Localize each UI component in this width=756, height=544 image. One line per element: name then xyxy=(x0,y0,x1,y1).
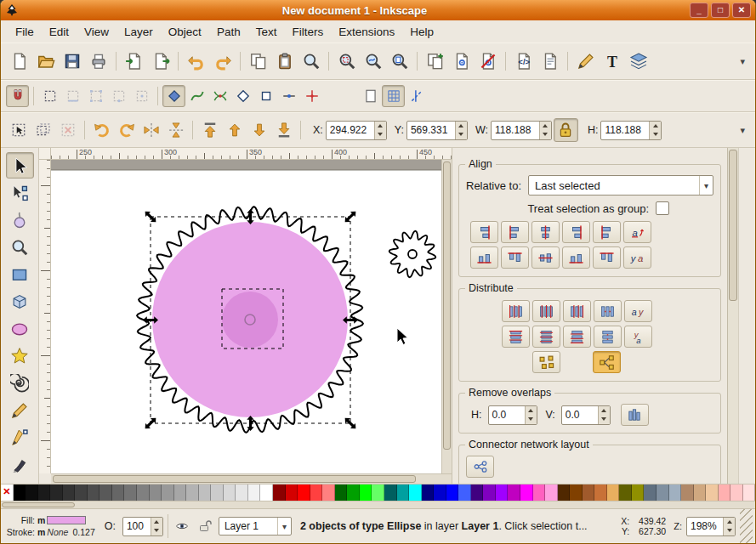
palette-swatch[interactable] xyxy=(607,484,620,501)
flip-vertical-button[interactable] xyxy=(163,118,188,142)
palette-swatch[interactable] xyxy=(520,484,533,501)
zoom-to-page-button[interactable] xyxy=(386,48,412,74)
horizontal-ruler[interactable]: 250300350400450 xyxy=(51,148,452,160)
snap-enable-toggle[interactable] xyxy=(6,85,29,107)
layer-visibility-toggle[interactable] xyxy=(173,517,191,536)
fill-stroke-indicator[interactable]: Fill: m Stroke: m None 0.127 xyxy=(3,515,95,538)
current-layer-dropdown[interactable]: Layer 1 ▾ xyxy=(219,517,292,536)
layers-dialog-button[interactable] xyxy=(625,48,651,74)
scrollbar-thumb[interactable] xyxy=(53,475,416,483)
palette-swatch[interactable] xyxy=(211,484,224,501)
zoom-to-selection-button[interactable] xyxy=(333,48,360,74)
palette-swatch[interactable] xyxy=(186,484,199,501)
selector-tool[interactable] xyxy=(6,152,34,178)
palette-swatch[interactable] xyxy=(694,484,707,501)
redo-button[interactable] xyxy=(209,48,236,74)
select-all-layers-button[interactable] xyxy=(31,118,55,142)
palette-swatch[interactable] xyxy=(88,484,100,501)
height-spinbox[interactable]: 118.188 xyxy=(600,121,662,140)
zoom-to-drawing-button[interactable] xyxy=(360,48,386,74)
palette-swatch[interactable] xyxy=(594,484,607,501)
remove-overlaps-button[interactable] xyxy=(621,404,649,426)
menu-item-text[interactable]: Text xyxy=(248,22,285,42)
snap-nodes-toggle[interactable] xyxy=(162,85,185,107)
commands-toolbar-overflow-button[interactable]: ▾ xyxy=(735,56,750,67)
fill-and-stroke-button[interactable] xyxy=(572,48,599,74)
snap-path-intersections-toggle[interactable] xyxy=(208,85,231,107)
menu-item-object[interactable]: Object xyxy=(161,22,209,42)
distribute-left-edges-button[interactable] xyxy=(502,300,530,322)
text-distribute-vertical-button[interactable]: ya xyxy=(624,326,652,348)
palette-swatch[interactable] xyxy=(112,484,125,501)
snap-smooth-nodes-toggle[interactable] xyxy=(254,85,277,107)
drawing-svg[interactable] xyxy=(51,160,441,473)
palette-swatch[interactable] xyxy=(483,484,496,501)
palette-swatch[interactable] xyxy=(632,484,645,501)
palette-swatch[interactable] xyxy=(397,484,410,501)
palette-swatch[interactable] xyxy=(124,484,137,501)
palette-swatch[interactable] xyxy=(236,484,248,501)
palette-swatch[interactable] xyxy=(347,484,360,501)
zoom-spinbox[interactable]: 198% xyxy=(686,517,736,536)
duplicate-button[interactable] xyxy=(422,48,448,74)
palette-swatch-none[interactable]: ✕ xyxy=(1,484,14,501)
select-all-button[interactable] xyxy=(6,118,31,142)
import-button[interactable] xyxy=(121,48,147,74)
palette-swatch[interactable] xyxy=(75,484,88,501)
distribute-equal-horizontal-gaps-button[interactable] xyxy=(594,300,622,322)
close-button[interactable]: ✕ xyxy=(732,3,751,18)
palette-swatch[interactable] xyxy=(260,484,273,501)
palette-swatch[interactable] xyxy=(137,484,150,501)
align-left-to-anchor-right-button[interactable] xyxy=(593,221,621,243)
open-document-button[interactable] xyxy=(32,48,59,74)
snap-page-border-toggle[interactable] xyxy=(359,85,382,107)
menu-item-file[interactable]: File xyxy=(8,22,42,42)
titlebar[interactable]: New document 1 - Inkscape _□✕ xyxy=(1,0,755,20)
tool-controls-overflow-button[interactable]: ▾ xyxy=(735,125,750,136)
export-button[interactable] xyxy=(147,48,173,74)
x-coordinate-spinbox[interactable]: 294.922 xyxy=(326,121,387,140)
rotate-90-ccw-button[interactable] xyxy=(89,118,114,142)
palette-swatch[interactable] xyxy=(99,484,112,501)
print-document-button[interactable] xyxy=(85,48,111,74)
palette-swatch[interactable] xyxy=(63,484,76,501)
text-align-vertical-button[interactable]: ya xyxy=(623,246,651,269)
palette-swatch[interactable] xyxy=(496,484,509,501)
distribute-top-edges-button[interactable] xyxy=(502,326,530,348)
palette-swatch[interactable] xyxy=(14,484,26,501)
snap-object-centers-toggle[interactable] xyxy=(300,85,323,107)
palette-swatch[interactable] xyxy=(533,484,546,501)
palette-swatch[interactable] xyxy=(224,484,236,501)
unlink-clone-button[interactable] xyxy=(475,48,501,74)
palette-swatch[interactable] xyxy=(409,484,422,501)
opacity-spinbox[interactable]: 100 xyxy=(122,517,163,536)
palette-swatch[interactable] xyxy=(471,484,484,501)
create-clone-button[interactable] xyxy=(448,48,475,74)
scrollbar-thumb[interactable] xyxy=(443,162,451,450)
copy-button[interactable] xyxy=(245,48,271,74)
fill-color-swatch[interactable] xyxy=(47,516,86,524)
palette-swatch[interactable] xyxy=(199,484,212,501)
paste-button[interactable] xyxy=(271,48,298,74)
new-document-button[interactable] xyxy=(6,48,32,74)
unclump-button[interactable] xyxy=(532,351,560,373)
save-document-button[interactable] xyxy=(59,48,85,74)
palette-swatch[interactable] xyxy=(508,484,520,501)
palette-swatch[interactable] xyxy=(26,484,38,501)
xml-editor-button[interactable]: </> xyxy=(510,48,537,74)
rearrange-connector-network-button[interactable] xyxy=(593,351,621,373)
rotate-90-cw-button[interactable] xyxy=(114,118,139,142)
star-tool[interactable] xyxy=(6,343,34,369)
palette-swatch[interactable] xyxy=(162,484,174,501)
palette-swatch[interactable] xyxy=(583,484,595,501)
distribute-right-edges-button[interactable] xyxy=(563,300,591,322)
palette-swatch[interactable] xyxy=(434,484,446,501)
zoom-tool[interactable] xyxy=(6,234,34,260)
lock-width-height-toggle[interactable] xyxy=(554,118,578,142)
align-right-to-anchor-left-button[interactable] xyxy=(470,221,498,243)
pencil-tool[interactable] xyxy=(6,397,34,423)
window-resize-grip[interactable] xyxy=(740,509,753,543)
palette-swatch[interactable] xyxy=(150,484,162,501)
palette-swatch[interactable] xyxy=(372,484,384,501)
raise-button[interactable] xyxy=(222,118,247,142)
